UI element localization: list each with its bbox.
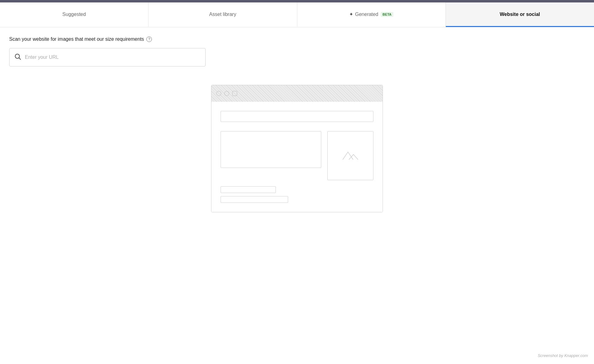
- browser-dot-1: [216, 91, 221, 96]
- tab-asset-library-label: Asset library: [209, 12, 236, 17]
- browser-mockup: [211, 85, 383, 212]
- tab-suggested-label: Suggested: [62, 12, 86, 17]
- watermark: Screenshot by Knapper.com: [538, 353, 588, 358]
- tab-website-or-social-label: Website or social: [500, 12, 540, 17]
- mountain-icon: [341, 149, 360, 162]
- tabs-container: Suggested Asset library ✦ Generated BETA…: [0, 2, 594, 27]
- illustration-container: [9, 85, 585, 212]
- browser-content-row: [221, 131, 373, 180]
- browser-address-bar: [221, 111, 373, 122]
- tab-generated[interactable]: ✦ Generated BETA: [297, 2, 446, 27]
- browser-image-placeholder: [221, 131, 321, 168]
- top-bar: [0, 0, 594, 2]
- tab-generated-label: Generated: [355, 12, 378, 17]
- url-input[interactable]: [25, 55, 200, 60]
- search-icon: [14, 53, 21, 61]
- browser-titlebar: [211, 85, 383, 102]
- browser-dot-2: [224, 91, 229, 96]
- scan-label-text: Scan your website for images that meet o…: [9, 36, 144, 42]
- tab-website-or-social[interactable]: Website or social: [446, 2, 594, 27]
- browser-text-line-1: [221, 186, 276, 193]
- svg-line-1: [19, 58, 21, 60]
- browser-image-with-icon: [327, 131, 373, 180]
- beta-badge: BETA: [381, 12, 393, 17]
- browser-text-line-2: [221, 196, 288, 203]
- help-icon[interactable]: ?: [146, 36, 152, 42]
- main-content: Scan your website for images that meet o…: [0, 27, 594, 222]
- browser-body: [211, 102, 383, 212]
- scan-label-container: Scan your website for images that meet o…: [9, 36, 585, 42]
- url-input-container: [9, 48, 206, 66]
- sparkle-icon: ✦: [349, 11, 353, 17]
- tab-asset-library[interactable]: Asset library: [148, 2, 297, 27]
- browser-dot-3: [232, 91, 237, 96]
- browser-text-lines: [221, 186, 373, 203]
- tab-suggested[interactable]: Suggested: [0, 2, 148, 27]
